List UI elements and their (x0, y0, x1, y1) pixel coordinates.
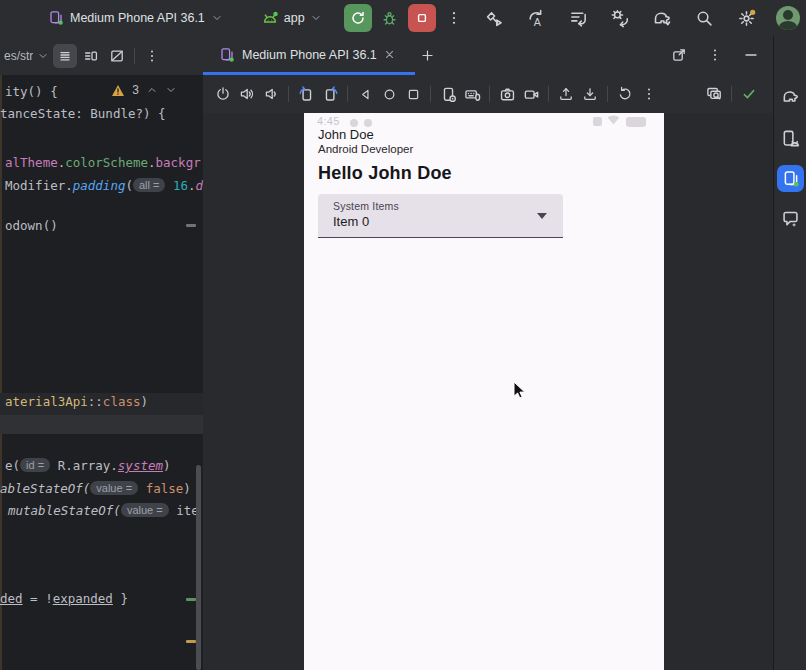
device-phone-icon (219, 47, 235, 63)
download-icon[interactable] (578, 82, 602, 106)
tab-medium-phone[interactable]: Medium Phone API 36.1 (203, 36, 405, 73)
status-wifi-icon (607, 115, 620, 125)
editor-scrollbar[interactable] (196, 465, 201, 670)
build-run-icon[interactable] (482, 6, 506, 30)
tab-label: Medium Phone API 36.1 (242, 48, 377, 62)
list-view-icon[interactable] (53, 44, 77, 68)
code-line: ded = !expanded } (0, 591, 128, 606)
open-in-window-icon[interactable] (667, 43, 691, 67)
second-row: es/str (0, 36, 806, 75)
code-line: mutableStateOf(value = ite (8, 503, 199, 518)
settings-gear-icon[interactable] (734, 6, 758, 30)
code-editor[interactable]: ity() {tanceState: Bundle?) {alTheme.col… (0, 75, 204, 670)
right-tool-stripe (773, 39, 806, 670)
code-line: alTheme.colorScheme.backgr (5, 155, 201, 170)
device-selector-label: Medium Phone API 36.1 (70, 11, 205, 25)
editor-left-edge (0, 75, 2, 670)
mouse-cursor (513, 381, 527, 401)
hide-icon[interactable] (739, 43, 763, 67)
breadcrumb[interactable]: es/str (4, 49, 33, 63)
code-line: ableStateOf(value = false) (0, 481, 191, 496)
run-config-selector[interactable]: app (259, 6, 324, 30)
stripe-mark-yellow[interactable] (186, 640, 196, 643)
screenshot-icon[interactable] (495, 82, 519, 106)
stop-button[interactable] (408, 4, 436, 32)
chevron-up-icon[interactable] (146, 84, 158, 96)
divider (607, 86, 608, 102)
profile-name-text: John Doe (318, 127, 374, 142)
status-volume-icon (593, 117, 602, 126)
system-items-dropdown[interactable]: System Items Item 0 (318, 194, 563, 238)
stripe-mark-green[interactable] (186, 598, 196, 601)
rotate-left-icon[interactable] (294, 82, 318, 106)
divider (489, 86, 490, 102)
device-phone-icon (48, 10, 64, 26)
divider (430, 86, 431, 102)
attach-debugger-icon[interactable] (608, 6, 632, 30)
chevron-down-icon (211, 12, 223, 24)
editor-header: es/str (0, 36, 203, 76)
screen-record-icon[interactable] (519, 82, 543, 106)
android-studio-window: Medium Phone API 36.1 app (0, 0, 806, 670)
divider (347, 86, 348, 102)
run-config-label: app (284, 11, 305, 25)
apply-changes-icon[interactable]: A (524, 6, 548, 30)
overview-icon[interactable] (401, 82, 425, 106)
device-manager-icon[interactable] (777, 125, 804, 152)
running-devices-tab-bar: Medium Phone API 36.1 (203, 36, 773, 76)
upload-icon[interactable] (554, 82, 578, 106)
profile-avatar[interactable] (776, 6, 800, 30)
chevron-down-icon[interactable] (165, 84, 177, 96)
device-selector[interactable]: Medium Phone API 36.1 (46, 6, 225, 30)
gradle-elephant-icon[interactable] (777, 83, 804, 110)
check-icon (737, 82, 761, 106)
code-line: e(id = R.array.system) (5, 458, 171, 473)
apply-code-changes-icon[interactable] (566, 6, 590, 30)
display-zoom-icon[interactable] (702, 82, 726, 106)
kebab-icon[interactable] (140, 44, 164, 68)
plus-icon[interactable] (415, 43, 439, 67)
kebab-icon[interactable] (703, 43, 727, 67)
code-line: odown() (5, 218, 58, 233)
power-icon[interactable] (211, 82, 235, 106)
main-toolbar: Medium Phone API 36.1 app (0, 0, 806, 37)
running-devices-icon[interactable] (777, 165, 804, 192)
debug-button[interactable] (378, 6, 402, 30)
gradle-sync-icon[interactable] (650, 6, 674, 30)
split-view-icon[interactable] (79, 44, 103, 68)
search-icon[interactable] (692, 6, 716, 30)
stripe-mark-gray[interactable] (186, 224, 196, 227)
rotate-right-icon[interactable] (318, 82, 342, 106)
device-settings-icon[interactable] (436, 82, 460, 106)
status-time: 4:45 (317, 115, 340, 127)
divider (288, 86, 289, 102)
device-toolbar (203, 75, 773, 113)
volume-up-icon[interactable] (235, 82, 259, 106)
close-icon[interactable] (384, 49, 395, 60)
dropdown-label: System Items (333, 200, 399, 212)
home-icon[interactable] (377, 82, 401, 106)
emulator-screen[interactable]: 4:45 John Doe Android Developer Hello Jo… (304, 113, 664, 670)
status-battery-icon (626, 117, 646, 127)
hardware-input-icon[interactable] (460, 82, 484, 106)
back-icon[interactable] (353, 82, 377, 106)
volume-down-icon[interactable] (259, 82, 283, 106)
rerun-button[interactable] (344, 4, 372, 32)
status-notification-icon (364, 119, 372, 127)
status-notification-icon (350, 119, 358, 127)
code-line: tanceState: Bundle?) { (0, 106, 166, 121)
profile-role-text: Android Developer (318, 143, 413, 155)
dropdown-caret-icon (537, 213, 547, 219)
kebab-icon[interactable] (442, 6, 466, 30)
ai-assistant-icon[interactable] (777, 205, 804, 232)
chevron-down-icon (310, 12, 322, 24)
divider (731, 86, 732, 102)
kebab-icon[interactable] (637, 82, 661, 106)
divider (548, 86, 549, 102)
design-view-icon[interactable] (105, 44, 129, 68)
restart-icon[interactable] (613, 82, 637, 106)
svg-text:A: A (533, 15, 541, 27)
inspection-widget[interactable]: 3 (111, 83, 177, 97)
code-line: aterial3Api::class) (5, 394, 148, 409)
chevron-down-icon[interactable] (37, 50, 49, 62)
